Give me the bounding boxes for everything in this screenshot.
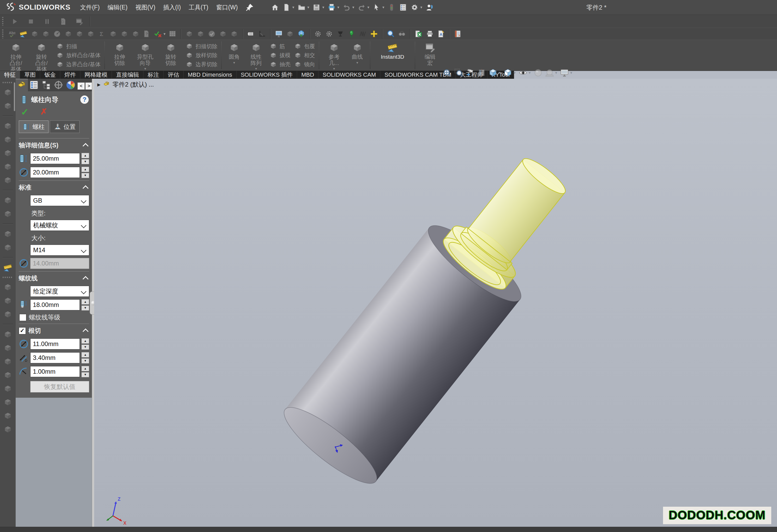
undercut-depth-input[interactable]: 3.40mm bbox=[30, 352, 80, 363]
thread-type-select[interactable]: 机械螺纹 bbox=[30, 220, 89, 231]
graphics-viewport[interactable]: z x ▶ 零件2 (默认) ... DODODH.COOM bbox=[94, 79, 777, 527]
tab-stud[interactable]: 螺柱 bbox=[19, 120, 48, 133]
options-button[interactable] bbox=[410, 2, 419, 12]
help-button[interactable] bbox=[425, 2, 435, 12]
print-button-caret[interactable]: ▾ bbox=[337, 5, 339, 10]
left-toolbar-scrollbar[interactable] bbox=[14, 82, 15, 111]
feature-tree-root[interactable]: 零件2 (默认) ... bbox=[112, 80, 154, 89]
size-select[interactable]: M14 bbox=[30, 245, 89, 255]
part-model[interactable] bbox=[275, 134, 594, 494]
hide-show-items-button-caret[interactable]: ▾ bbox=[529, 71, 531, 75]
tab-features[interactable]: 特征 bbox=[0, 71, 20, 79]
thread-depth-input[interactable]: 18.00mm bbox=[30, 299, 80, 310]
menu-file[interactable]: 文件(F) bbox=[76, 0, 104, 15]
tab-annotation[interactable]: 标注 bbox=[143, 71, 163, 79]
tab-weldments[interactable]: 焊件 bbox=[60, 71, 80, 79]
hide-show-items-button[interactable] bbox=[518, 67, 529, 78]
tab-sketch[interactable]: 草图 bbox=[20, 71, 40, 79]
configuration-manager-tab[interactable] bbox=[40, 79, 52, 91]
shaft-height-stepper[interactable]: ▲▼ bbox=[81, 153, 89, 164]
flyout-arrow-icon[interactable]: ▶ bbox=[97, 82, 100, 87]
collapse-chevron-icon[interactable] bbox=[83, 186, 89, 191]
help-circle-button[interactable]: ? bbox=[80, 95, 89, 104]
standard-select[interactable]: GB bbox=[30, 195, 89, 206]
pin-menu-icon[interactable] bbox=[244, 2, 255, 12]
tab-mesh-modeling[interactable]: 网格建模 bbox=[80, 71, 112, 79]
zoom-to-area-button[interactable] bbox=[453, 67, 464, 78]
tab-direct-editing[interactable]: 直接编辑 bbox=[112, 71, 143, 79]
gear-tool-button[interactable] bbox=[313, 29, 323, 39]
import-diagnostics-button[interactable] bbox=[153, 29, 163, 39]
belt-pulley-button[interactable] bbox=[336, 29, 345, 39]
view-orientation-button[interactable] bbox=[487, 67, 498, 78]
instant3d-button[interactable]: Instant3D bbox=[373, 41, 412, 69]
menu-tools[interactable]: 工具(T) bbox=[185, 0, 212, 15]
menu-window[interactable]: 窗口(W) bbox=[212, 0, 242, 15]
view-orientation-button-caret[interactable]: ▾ bbox=[499, 71, 501, 75]
help-book-button[interactable]: ? bbox=[453, 29, 463, 39]
tab-mbd[interactable]: MBD bbox=[297, 71, 319, 79]
excel-export-button[interactable] bbox=[414, 29, 424, 39]
undercut-checkbox[interactable]: ✓ bbox=[19, 327, 26, 334]
thread-class-checkbox[interactable] bbox=[19, 314, 26, 321]
thread-end-condition-select[interactable]: 给定深度 bbox=[30, 286, 89, 297]
save-button-caret[interactable]: ▾ bbox=[322, 5, 324, 10]
binoculars-tool-button[interactable] bbox=[397, 29, 407, 39]
new-document-button-caret[interactable]: ▾ bbox=[293, 5, 295, 10]
search-tool-button[interactable] bbox=[386, 29, 396, 39]
display-style-button[interactable] bbox=[503, 67, 514, 78]
undercut-diameter-stepper[interactable]: ▲▼ bbox=[81, 338, 89, 350]
menu-insert[interactable]: 插入(I) bbox=[159, 0, 185, 15]
zoom-to-fit-button[interactable] bbox=[442, 67, 453, 78]
feature-manager-design-tree-tab[interactable] bbox=[16, 79, 28, 92]
panel-tabs-next-button[interactable]: > bbox=[85, 82, 93, 90]
collapse-chevron-icon[interactable] bbox=[83, 143, 89, 149]
monitor-tool-button[interactable] bbox=[274, 29, 284, 39]
toolbar-drag-handle-2[interactable] bbox=[2, 29, 3, 38]
menu-edit[interactable]: 编辑(E) bbox=[104, 0, 131, 15]
display-style-button-caret[interactable]: ▾ bbox=[514, 71, 516, 75]
measure-button[interactable] bbox=[18, 29, 28, 39]
tab-sheet-metal[interactable]: 钣金 bbox=[40, 71, 60, 79]
undercut-depth-stepper[interactable]: ▲▼ bbox=[81, 352, 89, 363]
view-settings-button-caret[interactable]: ▾ bbox=[570, 71, 572, 75]
tab-evaluate[interactable]: 评估 bbox=[163, 71, 184, 79]
instant-measure-tool[interactable] bbox=[2, 262, 13, 273]
shaft-height-input[interactable]: 25.00mm bbox=[30, 153, 80, 164]
angle-snap-button[interactable] bbox=[257, 29, 267, 39]
model-canvas[interactable]: z x bbox=[94, 79, 777, 527]
spring-tool-button[interactable] bbox=[358, 29, 368, 39]
open-button-caret[interactable]: ▾ bbox=[307, 5, 309, 10]
previous-view-button[interactable] bbox=[464, 67, 475, 78]
file-properties-button[interactable] bbox=[398, 2, 408, 12]
tab-solidworks-cam[interactable]: SOLIDWORKS CAM bbox=[319, 71, 380, 79]
new-document-button[interactable] bbox=[282, 2, 292, 12]
undercut-radius-input[interactable]: 1.00mm bbox=[30, 366, 80, 377]
save-button[interactable] bbox=[312, 2, 322, 12]
gear-tool-2-button[interactable] bbox=[324, 29, 334, 39]
globe-download-button[interactable] bbox=[297, 29, 306, 39]
collapse-chevron-icon[interactable] bbox=[83, 276, 89, 282]
print-table-button[interactable] bbox=[425, 29, 435, 39]
property-manager-tab[interactable] bbox=[28, 79, 40, 91]
tab-solidworks-addins[interactable]: SOLIDWORKS 插件 bbox=[237, 71, 297, 79]
undercut-diameter-input[interactable]: 11.00mm bbox=[30, 338, 80, 349]
stud-tool-button[interactable] bbox=[246, 29, 256, 39]
menu-view[interactable]: 视图(V) bbox=[131, 0, 159, 15]
left-toolbar-drag-handle[interactable] bbox=[3, 82, 13, 83]
panel-tabs-prev-button[interactable]: < bbox=[78, 82, 85, 90]
toolbar-drag-handle[interactable] bbox=[3, 277, 13, 278]
pin-tool-button[interactable] bbox=[347, 29, 356, 39]
shaft-diameter-input[interactable]: 20.00mm bbox=[30, 167, 80, 178]
display-manager-tab[interactable] bbox=[65, 79, 77, 91]
print-button[interactable] bbox=[327, 2, 336, 12]
undo-button-caret[interactable]: ▾ bbox=[352, 5, 354, 10]
clamp-tool-button[interactable] bbox=[369, 29, 379, 39]
open-button[interactable] bbox=[297, 2, 307, 12]
tab-position[interactable]: 位置 bbox=[50, 120, 80, 133]
shaft-diameter-stepper[interactable]: ▲▼ bbox=[81, 167, 89, 178]
undercut-radius-stepper[interactable]: ▲▼ bbox=[81, 366, 89, 378]
cancel-button[interactable]: ✗ bbox=[40, 107, 47, 117]
feature-tree-flyout[interactable]: ▶ 零件2 (默认) ... bbox=[97, 80, 154, 89]
ok-button[interactable]: ✓ bbox=[21, 107, 29, 117]
